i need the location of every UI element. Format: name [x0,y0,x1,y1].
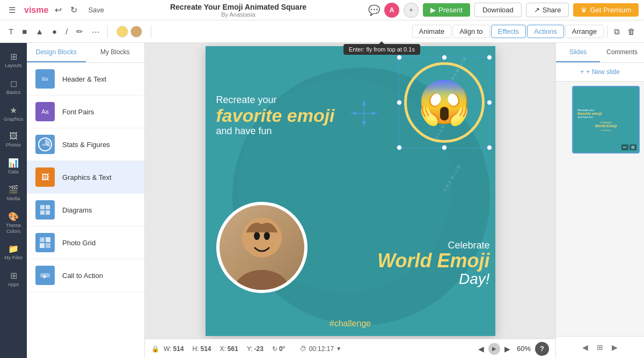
slide-action-btn[interactable]: ↩ [621,144,628,150]
basics-icon: ◻ [10,78,17,89]
header-text-item[interactable]: ≡≡ Header & Text [27,63,144,96]
chat-button[interactable]: 💬 [368,4,380,16]
actions-button[interactable]: Actions [527,25,564,38]
right-panel-tabs: Slides Comments [556,43,644,63]
slide-expand-btn[interactable]: ⊞ [630,144,636,150]
move-handle[interactable] [350,100,377,127]
crown-icon: ♛ [581,6,587,14]
height-info: H: 514 [192,345,211,353]
new-slide-button[interactable]: + + New slide [556,63,644,82]
recreate-text: Recreate your [216,94,335,106]
rect-tool-button[interactable]: ■ [19,24,30,39]
svg-rect-2 [40,205,45,209]
sidebar-item-data[interactable]: 📊 Data [2,154,25,179]
sidebar-item-apps[interactable]: ⊞ Apps [2,266,25,292]
fun-text: and have fun [216,126,335,137]
line-tool-button[interactable]: / [62,24,71,39]
next-arrow[interactable]: ▶ [502,343,513,355]
arrange-button[interactable]: Arrange [565,25,604,38]
color-swatch-tan[interactable] [130,26,142,38]
nav-right: 💬 A + ▶ Present Download ↗ Share ♛ Get P… [368,3,639,18]
svg-rect-4 [40,210,45,215]
nav-arrows: ◀ ▶ ▶ [476,343,513,355]
photos-icon: 🖼 [9,131,18,141]
prev-arrow[interactable]: ◀ [476,343,486,355]
align-to-button[interactable]: Align to [452,25,489,38]
sidebar-item-my-files[interactable]: 📁 My Files [2,239,25,265]
sidebar-item-media[interactable]: 🎬 Media [2,180,25,206]
top-nav: ☰ visme ↩ ↻ Save Recreate Your Emoji Ani… [0,0,644,20]
data-icon: 📊 [8,158,19,168]
share-button[interactable]: ↗ Share [526,3,569,17]
svg-rect-7 [46,237,50,242]
svg-marker-19 [352,111,356,115]
stats-figures-item[interactable]: 40% Stats & Figures [27,128,144,161]
svg-marker-18 [362,121,366,126]
sidebar-item-photos[interactable]: 🖼 Photos [2,127,25,152]
design-blocks-tab[interactable]: Design Blocks [27,43,86,62]
copy-button[interactable]: ⧉ [611,24,623,39]
undo-button[interactable]: ↩ [53,3,64,17]
comments-tab[interactable]: Comments [600,43,644,62]
diagrams-icon [35,200,55,220]
play-btn[interactable]: ▶ [488,343,500,355]
world-emoji-text: World Emoji [377,251,489,271]
slide-grid-button[interactable]: ⊞ [595,341,605,354]
slide-1-thumb[interactable]: Recreate your favorite emoji and have fu… [572,86,640,154]
tooltip-box: Enter: fly from top at 0.1s [343,44,420,55]
slides-tab[interactable]: Slides [556,43,600,62]
avatar: A [384,3,399,18]
slide-next-button[interactable]: ▶ [610,341,620,354]
slide-prev-button[interactable]: ◀ [580,341,590,354]
toolbar-separator [107,25,108,38]
redo-button[interactable]: ↻ [68,3,79,17]
canvas-wrapper[interactable]: PREMIUM VISME PREMIUM Recreate your favo… [145,43,555,339]
text-tool-button[interactable]: T [5,24,17,39]
svg-rect-3 [46,205,50,209]
theme-colors-icon: 🎨 [8,211,19,222]
toolbar-separator-2 [151,25,151,38]
pen-tool-button[interactable]: ✏ [73,24,86,39]
sidebar-item-basics[interactable]: ◻ Basics [2,74,25,100]
more-tools-button[interactable]: ⋯ [89,24,103,39]
photo-grid-item[interactable]: Photo Grid [27,227,144,259]
download-button[interactable]: Download [474,3,522,17]
svg-point-23 [254,232,260,240]
svg-marker-20 [372,111,376,115]
delete-button[interactable]: 🗑 [624,24,639,39]
effects-button[interactable]: Effects [491,25,526,38]
sidebar-item-layouts[interactable]: ⊞ Layouts [2,47,25,73]
premium-button[interactable]: ♛ Get Premium [573,3,639,17]
circle-tool-button[interactable]: ● [49,24,60,39]
triangle-tool-button[interactable]: ▲ [32,24,47,39]
zoom-level: 60% [517,345,531,353]
diagrams-item[interactable]: Diagrams [27,194,144,227]
sidebar-item-graphics[interactable]: ★ Graphics [2,101,25,127]
day-text: Day! [377,271,489,288]
lock-icon: 🔒 [151,345,159,353]
color-swatch-yellow[interactable] [116,26,128,38]
font-pairs-item[interactable]: Aa Font Pairs [27,96,144,128]
animate-button[interactable]: Animate [412,25,452,38]
share-icon: ↗ [534,6,540,14]
sidebar-item-theme-colors[interactable]: 🎨 Theme Colors [2,207,25,239]
present-button[interactable]: ▶ Present [423,3,470,17]
graphics-icon: ★ [10,105,17,115]
slide-thumb-area: 1 Recreate your favorite emoji and have … [556,82,644,336]
color-swatches [116,26,142,38]
layouts-icon: ⊞ [10,52,17,62]
hamburger-button[interactable]: ☰ [5,3,19,18]
svg-marker-17 [362,101,366,105]
svg-rect-9 [46,243,50,248]
my-blocks-tab[interactable]: My Blocks [86,43,145,62]
title-area: Recreate Your Emoji Animated Square By A… [113,3,364,18]
save-button[interactable]: Save [84,4,108,16]
canvas[interactable]: PREMIUM VISME PREMIUM Recreate your favo… [206,46,495,336]
svg-text:40%: 40% [42,143,49,147]
call-to-action-item[interactable]: Call to Action [27,259,144,292]
help-button[interactable]: ? [535,342,549,356]
graphics-text-item[interactable]: 🖼 Graphics & Text [27,161,144,194]
x-info: X: 561 [220,345,238,353]
emoji-display: 😱 [404,62,485,143]
header-text-icon: ≡≡ [35,69,55,89]
